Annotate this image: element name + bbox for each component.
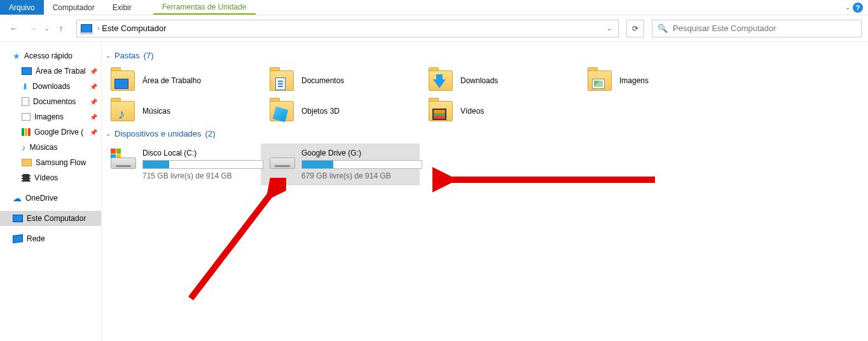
drive-usage-bar	[301, 160, 422, 169]
sidebar-item-onedrive[interactable]: ☁ OneDrive	[0, 191, 101, 206]
menu-bar: Arquivo Computador Exibir Ferramentas de…	[0, 0, 868, 15]
drive-icon	[111, 149, 136, 169]
pin-icon: 📌	[90, 114, 97, 121]
drive-free-space: 679 GB livre(s) de 914 GB	[301, 171, 422, 180]
group-header-folders[interactable]: ⌄ Pastas (7)	[102, 48, 862, 65]
sidebar-label: Acesso rápido	[24, 51, 72, 60]
sidebar: ★ Acesso rápido Área de Trabal 📌 ⬇ Downl…	[0, 42, 102, 341]
folder-music[interactable]: ♪ Músicas	[102, 96, 261, 126]
group-count: (7)	[144, 51, 154, 60]
folder-desktop[interactable]: Área de Trabalho	[102, 65, 261, 96]
drives-grid: Disco Local (C:) 715 GB livre(s) de 914 …	[102, 144, 862, 185]
drive-free-space: 715 GB livre(s) de 914 GB	[142, 171, 263, 180]
forward-button[interactable]: →	[25, 21, 41, 36]
refresh-button[interactable]: ⟳	[626, 20, 644, 37]
pin-icon: 📌	[90, 129, 97, 136]
sidebar-label: Músicas	[30, 143, 58, 152]
folder-icon	[429, 101, 453, 121]
sidebar-label: Área de Trabal	[36, 67, 86, 76]
star-icon: ★	[13, 51, 20, 61]
drive-name: Google Drive (G:)	[301, 149, 422, 157]
folder-label: Documentos	[301, 76, 344, 85]
menu-ferramentas-unidade[interactable]: Ferramentas de Unidade	[153, 0, 256, 15]
computer-icon	[13, 215, 23, 222]
sidebar-label: Samsung Flow	[36, 158, 86, 167]
sidebar-item-downloads[interactable]: ⬇ Downloads 📌	[0, 79, 101, 94]
folder-label: Downloads	[460, 76, 498, 85]
menu-arquivo[interactable]: Arquivo	[0, 0, 44, 15]
cloud-icon: ☁	[13, 193, 22, 203]
drive-icon	[270, 149, 295, 169]
folder-label: Imagens	[619, 76, 649, 85]
network-icon	[13, 234, 23, 243]
breadcrumb-sep-icon: ›	[97, 25, 99, 32]
sidebar-item-videos[interactable]: Vídeos	[0, 170, 101, 185]
group-header-drives[interactable]: ⌄ Dispositivos e unidades (2)	[102, 126, 862, 144]
folder-icon	[588, 70, 612, 91]
sidebar-item-network[interactable]: Rede	[0, 231, 101, 246]
sidebar-item-desktop[interactable]: Área de Trabal 📌	[0, 64, 101, 79]
folders-grid: Área de Trabalho Documentos Downloads Im…	[102, 65, 862, 126]
menu-exibir[interactable]: Exibir	[104, 0, 141, 15]
main-area: ★ Acesso rápido Área de Trabal 📌 ⬇ Downl…	[0, 42, 868, 341]
document-icon	[22, 97, 29, 106]
address-dropdown-icon[interactable]: ⌄	[604, 25, 614, 32]
sidebar-label: OneDrive	[25, 194, 58, 203]
ribbon-expand-icon[interactable]: ⌄	[845, 4, 850, 11]
menu-computador[interactable]: Computador	[44, 0, 104, 15]
group-label: Pastas	[114, 51, 140, 60]
drive-usage-bar	[142, 160, 263, 169]
pin-icon: 📌	[90, 83, 97, 90]
folder-label: Objetos 3D	[301, 107, 340, 116]
sidebar-label: Vídeos	[34, 173, 58, 182]
sidebar-item-samsung-flow[interactable]: Samsung Flow	[0, 155, 101, 170]
this-pc-icon	[81, 24, 92, 33]
search-input[interactable]	[673, 23, 856, 33]
desktop-icon	[22, 67, 32, 75]
folder-icon	[270, 70, 294, 91]
folder-icon	[111, 70, 135, 91]
recent-locations-icon[interactable]: ⌄	[45, 25, 50, 32]
sidebar-label: Documentos	[33, 97, 76, 106]
drive-local-c[interactable]: Disco Local (C:) 715 GB livre(s) de 914 …	[102, 144, 261, 185]
pin-icon: 📌	[90, 98, 97, 105]
download-icon: ⬇	[22, 82, 29, 91]
sidebar-label: Downloads	[32, 82, 70, 91]
nav-bar: ← → ⌄ ↑ › Este Computador ⌄ ⟳ 🔍	[0, 15, 868, 42]
folder-downloads[interactable]: Downloads	[420, 65, 579, 96]
back-button[interactable]: ←	[6, 21, 22, 36]
up-button[interactable]: ↑	[53, 21, 69, 36]
chevron-down-icon: ⌄	[106, 130, 111, 137]
help-icon[interactable]: ?	[853, 3, 863, 13]
folder-images[interactable]: Imagens	[579, 65, 738, 96]
sidebar-label: Imagens	[34, 112, 64, 121]
folder-label: Vídeos	[460, 107, 484, 116]
address-bar[interactable]: › Este Computador ⌄	[76, 20, 619, 37]
image-icon	[22, 113, 31, 121]
search-box[interactable]: 🔍	[652, 20, 862, 37]
folder-label: Área de Trabalho	[142, 76, 201, 85]
sidebar-item-google-drive[interactable]: Google Drive ( 📌	[0, 124, 101, 140]
sidebar-item-this-pc[interactable]: Este Computador	[0, 211, 101, 226]
folder-icon	[270, 101, 294, 121]
content-pane: ⌄ Pastas (7) Área de Trabalho Documentos…	[102, 42, 868, 341]
sidebar-label: Este Computador	[27, 214, 86, 223]
video-icon	[22, 174, 31, 182]
sidebar-item-images[interactable]: Imagens 📌	[0, 109, 101, 124]
sidebar-item-documents[interactable]: Documentos 📌	[0, 94, 101, 109]
chevron-down-icon: ⌄	[106, 52, 111, 59]
folder-3d-objects[interactable]: Objetos 3D	[261, 96, 420, 126]
drive-google-g[interactable]: Google Drive (G:) 679 GB livre(s) de 914…	[261, 144, 420, 185]
folder-icon: ♪	[111, 101, 135, 121]
folder-documents[interactable]: Documentos	[261, 65, 420, 96]
breadcrumb-location[interactable]: Este Computador	[102, 23, 166, 33]
google-drive-icon	[22, 128, 31, 136]
search-icon: 🔍	[658, 23, 668, 33]
folder-videos[interactable]: Vídeos	[420, 96, 579, 126]
sidebar-item-quick-access[interactable]: ★ Acesso rápido	[0, 48, 101, 64]
music-icon: ♪	[22, 143, 26, 152]
folder-icon	[429, 70, 453, 91]
sidebar-item-music[interactable]: ♪ Músicas	[0, 140, 101, 155]
pin-icon: 📌	[90, 68, 97, 75]
drive-name: Disco Local (C:)	[142, 149, 263, 157]
